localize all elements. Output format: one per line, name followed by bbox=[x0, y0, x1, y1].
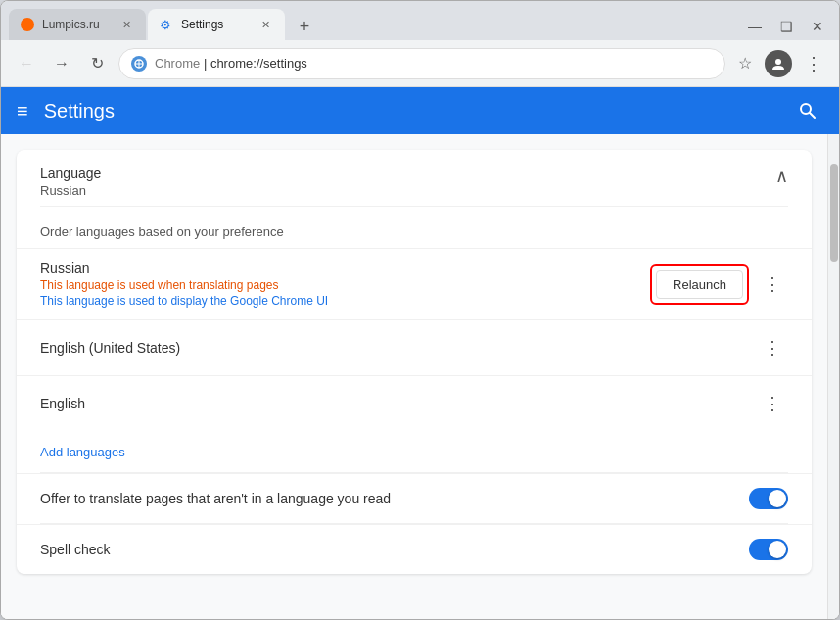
offer-translate-label: Offer to translate pages that aren't in … bbox=[40, 491, 749, 506]
tab-lumpics[interactable]: Lumpics.ru ✕ bbox=[9, 9, 146, 40]
offer-translate-toggle[interactable] bbox=[749, 488, 788, 509]
language-more-button-russian[interactable]: ⋮ bbox=[757, 268, 788, 300]
titlebar: Lumpics.ru ✕ ⚙ Settings ✕ + — ❑ ✕ bbox=[1, 1, 839, 40]
language-actions-english: ⋮ bbox=[757, 388, 788, 419]
url-separator: | bbox=[204, 56, 210, 71]
language-item-english: English ⋮ bbox=[17, 375, 812, 431]
language-more-button-english[interactable]: ⋮ bbox=[757, 388, 788, 419]
add-languages-section: Add languages bbox=[17, 431, 812, 472]
relaunch-highlight-border: Relaunch bbox=[650, 264, 749, 305]
tab-settings-close[interactable]: ✕ bbox=[257, 17, 273, 32]
addressbar: ← → ↻ Chrome | chrome://settings ☆ ⋮ bbox=[1, 40, 839, 87]
language-note-translate-russian: This language is used when translating p… bbox=[40, 278, 650, 292]
gear-icon: ⚙ bbox=[160, 18, 173, 31]
spell-check-toggle[interactable] bbox=[749, 539, 788, 560]
tab-lumpics-close[interactable]: ✕ bbox=[118, 17, 134, 32]
tab-settings-title: Settings bbox=[181, 18, 250, 31]
url-bar[interactable]: Chrome | chrome://settings bbox=[118, 48, 725, 79]
new-tab-button[interactable]: + bbox=[291, 13, 318, 40]
relaunch-button[interactable]: Relaunch bbox=[656, 270, 743, 299]
browser-window: Lumpics.ru ✕ ⚙ Settings ✕ + — ❑ ✕ ← → ↻ bbox=[0, 0, 840, 620]
language-name-russian: Russian bbox=[40, 261, 650, 276]
language-more-button-english-us[interactable]: ⋮ bbox=[757, 332, 788, 363]
language-item-russian: Russian This language is used when trans… bbox=[17, 248, 812, 319]
reload-button[interactable]: ↻ bbox=[83, 50, 111, 77]
back-button[interactable]: ← bbox=[13, 50, 40, 77]
close-button[interactable]: ✕ bbox=[804, 17, 831, 36]
svg-point-3 bbox=[775, 59, 781, 65]
language-actions-english-us: ⋮ bbox=[757, 332, 788, 363]
lumpics-icon bbox=[21, 18, 34, 31]
content-panel: Language Russian ∧ Order languages based… bbox=[1, 134, 827, 619]
settings-card: Language Russian ∧ Order languages based… bbox=[17, 150, 812, 574]
offer-translate-toggle-item: Offer to translate pages that aren't in … bbox=[17, 473, 812, 523]
spell-check-label: Spell check bbox=[40, 542, 749, 557]
chrome-menu-button[interactable]: ⋮ bbox=[800, 50, 827, 77]
bookmark-button[interactable]: ☆ bbox=[733, 52, 757, 75]
chevron-up-icon[interactable]: ∧ bbox=[775, 166, 788, 187]
section-header-left: Language Russian bbox=[40, 166, 101, 198]
language-info-english: English bbox=[40, 396, 757, 411]
language-name-english: English bbox=[40, 396, 757, 411]
svg-line-5 bbox=[810, 113, 815, 118]
add-languages-link[interactable]: Add languages bbox=[40, 445, 125, 459]
tab-lumpics-title: Lumpics.ru bbox=[42, 18, 111, 31]
language-item-english-us: English (United States) ⋮ bbox=[17, 319, 812, 375]
language-info-english-us: English (United States) bbox=[40, 340, 757, 356]
section-subtitle: Russian bbox=[40, 183, 101, 198]
settings-title: Settings bbox=[44, 100, 776, 122]
minimize-button[interactable]: — bbox=[741, 17, 769, 36]
hamburger-icon[interactable]: ≡ bbox=[17, 100, 28, 122]
order-languages-header: Order languages based on your preference bbox=[17, 207, 812, 248]
window-controls: — ❑ ✕ bbox=[741, 17, 831, 40]
main-content: Language Russian ∧ Order languages based… bbox=[1, 134, 839, 619]
maximize-button[interactable]: ❑ bbox=[772, 17, 800, 36]
scrollbar-track[interactable] bbox=[827, 134, 839, 619]
language-note-ui-russian: This language is used to display the Goo… bbox=[40, 294, 650, 308]
language-actions-russian: Relaunch ⋮ bbox=[650, 264, 788, 305]
tab-list: Lumpics.ru ✕ ⚙ Settings ✕ + bbox=[9, 9, 741, 40]
language-section-header: Language Russian ∧ bbox=[17, 150, 812, 206]
settings-search-button[interactable] bbox=[792, 95, 823, 126]
offer-translate-toggle-knob bbox=[769, 490, 786, 507]
settings-header: ≡ Settings bbox=[1, 87, 839, 134]
spell-check-toggle-knob bbox=[769, 541, 786, 558]
language-name-english-us: English (United States) bbox=[40, 340, 757, 356]
spell-check-toggle-item: Spell check bbox=[17, 524, 812, 574]
tab-settings[interactable]: ⚙ Settings ✕ bbox=[148, 9, 285, 40]
forward-button[interactable]: → bbox=[48, 50, 75, 77]
url-chrome-label: Chrome bbox=[155, 56, 200, 71]
url-path: chrome://settings bbox=[210, 56, 307, 71]
order-title-text: Order languages based on your preference bbox=[40, 224, 284, 239]
section-title: Language bbox=[40, 166, 101, 181]
site-icon bbox=[131, 56, 147, 72]
url-text: Chrome | chrome://settings bbox=[155, 56, 713, 71]
language-info-russian: Russian This language is used when trans… bbox=[40, 261, 650, 308]
profile-button[interactable] bbox=[765, 50, 792, 77]
scrollbar-thumb[interactable] bbox=[830, 164, 838, 262]
